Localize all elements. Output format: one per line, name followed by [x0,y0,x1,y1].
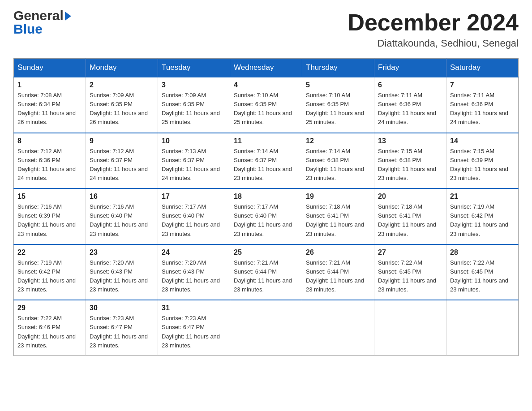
calendar-cell: 29Sunrise: 7:22 AMSunset: 6:46 PMDayligh… [14,300,86,355]
day-info: Sunrise: 7:15 AMSunset: 6:39 PMDaylight:… [450,147,515,183]
page-header: General Blue December 2024 Diattakounda,… [13,9,519,49]
calendar-cell: 24Sunrise: 7:20 AMSunset: 6:43 PMDayligh… [158,244,230,300]
day-info: Sunrise: 7:21 AMSunset: 6:44 PMDaylight:… [306,258,370,295]
day-info: Sunrise: 7:19 AMSunset: 6:42 PMDaylight:… [17,258,82,295]
calendar-cell: 20Sunrise: 7:18 AMSunset: 6:41 PMDayligh… [374,188,446,244]
day-number: 28 [450,248,515,257]
day-number: 24 [162,248,226,257]
calendar-cell: 25Sunrise: 7:21 AMSunset: 6:44 PMDayligh… [230,244,302,300]
day-number: 10 [162,137,226,145]
calendar-table: SundayMondayTuesdayWednesdayThursdayFrid… [13,58,519,356]
day-info: Sunrise: 7:20 AMSunset: 6:43 PMDaylight:… [90,258,154,295]
calendar-cell [230,300,302,355]
day-info: Sunrise: 7:21 AMSunset: 6:44 PMDaylight:… [234,258,298,295]
day-info: Sunrise: 7:14 AMSunset: 6:38 PMDaylight:… [306,147,370,183]
day-number: 27 [378,248,442,257]
calendar-week-row: 1Sunrise: 7:08 AMSunset: 6:34 PMDaylight… [14,77,519,133]
day-number: 16 [90,193,154,201]
day-info: Sunrise: 7:23 AMSunset: 6:47 PMDaylight:… [162,314,226,350]
day-info: Sunrise: 7:12 AMSunset: 6:36 PMDaylight:… [17,147,82,183]
day-number: 18 [234,193,298,201]
header-thursday: Thursday [302,59,374,77]
calendar-cell: 10Sunrise: 7:13 AMSunset: 6:37 PMDayligh… [158,133,230,189]
day-number: 5 [306,81,370,89]
day-info: Sunrise: 7:09 AMSunset: 6:35 PMDaylight:… [162,91,226,127]
day-number: 26 [306,248,370,257]
calendar-cell: 15Sunrise: 7:16 AMSunset: 6:39 PMDayligh… [14,188,86,244]
day-info: Sunrise: 7:17 AMSunset: 6:40 PMDaylight:… [234,202,298,239]
day-number: 29 [17,304,82,312]
day-info: Sunrise: 7:19 AMSunset: 6:42 PMDaylight:… [450,202,515,239]
day-info: Sunrise: 7:12 AMSunset: 6:37 PMDaylight:… [90,147,154,183]
calendar-cell: 30Sunrise: 7:23 AMSunset: 6:47 PMDayligh… [86,300,158,355]
calendar-cell [374,300,446,355]
day-number: 7 [450,81,515,89]
day-number: 9 [90,137,154,145]
day-info: Sunrise: 7:15 AMSunset: 6:38 PMDaylight:… [378,147,442,183]
logo-blue: Blue [13,21,43,37]
calendar-cell: 6Sunrise: 7:11 AMSunset: 6:36 PMDaylight… [374,77,446,133]
calendar-cell [302,300,374,355]
day-info: Sunrise: 7:16 AMSunset: 6:40 PMDaylight:… [90,202,154,239]
location-subtitle: Diattakounda, Sedhiou, Senegal [348,38,519,49]
day-info: Sunrise: 7:11 AMSunset: 6:36 PMDaylight:… [450,91,515,127]
day-number: 21 [450,193,515,201]
day-info: Sunrise: 7:09 AMSunset: 6:35 PMDaylight:… [90,91,154,127]
logo-general: General [13,9,64,22]
day-info: Sunrise: 7:10 AMSunset: 6:35 PMDaylight:… [306,91,370,127]
calendar-cell [446,300,519,355]
calendar-cell: 3Sunrise: 7:09 AMSunset: 6:35 PMDaylight… [158,77,230,133]
header-sunday: Sunday [14,59,86,77]
day-number: 22 [17,248,82,257]
day-info: Sunrise: 7:18 AMSunset: 6:41 PMDaylight:… [378,202,442,239]
logo: General Blue [13,9,71,37]
day-info: Sunrise: 7:18 AMSunset: 6:41 PMDaylight:… [306,202,370,239]
calendar-cell: 26Sunrise: 7:21 AMSunset: 6:44 PMDayligh… [302,244,374,300]
day-info: Sunrise: 7:14 AMSunset: 6:37 PMDaylight:… [234,147,298,183]
day-number: 25 [234,248,298,257]
day-info: Sunrise: 7:13 AMSunset: 6:37 PMDaylight:… [162,147,226,183]
day-number: 17 [162,193,226,201]
day-info: Sunrise: 7:23 AMSunset: 6:47 PMDaylight:… [90,314,154,350]
day-info: Sunrise: 7:20 AMSunset: 6:43 PMDaylight:… [162,258,226,295]
day-number: 31 [162,304,226,312]
day-info: Sunrise: 7:10 AMSunset: 6:35 PMDaylight:… [234,91,298,127]
calendar-cell: 23Sunrise: 7:20 AMSunset: 6:43 PMDayligh… [86,244,158,300]
day-number: 4 [234,81,298,89]
header-tuesday: Tuesday [158,59,230,77]
day-number: 11 [234,137,298,145]
calendar-cell: 13Sunrise: 7:15 AMSunset: 6:38 PMDayligh… [374,133,446,189]
calendar-cell: 12Sunrise: 7:14 AMSunset: 6:38 PMDayligh… [302,133,374,189]
calendar-cell: 18Sunrise: 7:17 AMSunset: 6:40 PMDayligh… [230,188,302,244]
calendar-week-row: 15Sunrise: 7:16 AMSunset: 6:39 PMDayligh… [14,188,519,244]
day-number: 19 [306,193,370,201]
day-info: Sunrise: 7:17 AMSunset: 6:40 PMDaylight:… [162,202,226,239]
calendar-cell: 31Sunrise: 7:23 AMSunset: 6:47 PMDayligh… [158,300,230,355]
calendar-cell: 1Sunrise: 7:08 AMSunset: 6:34 PMDaylight… [14,77,86,133]
calendar-week-row: 29Sunrise: 7:22 AMSunset: 6:46 PMDayligh… [14,300,519,355]
day-info: Sunrise: 7:22 AMSunset: 6:46 PMDaylight:… [17,314,82,350]
calendar-cell: 8Sunrise: 7:12 AMSunset: 6:36 PMDaylight… [14,133,86,189]
calendar-cell: 9Sunrise: 7:12 AMSunset: 6:37 PMDaylight… [86,133,158,189]
calendar-cell: 28Sunrise: 7:22 AMSunset: 6:45 PMDayligh… [446,244,519,300]
calendar-cell: 27Sunrise: 7:22 AMSunset: 6:45 PMDayligh… [374,244,446,300]
calendar-cell: 11Sunrise: 7:14 AMSunset: 6:37 PMDayligh… [230,133,302,189]
day-number: 15 [17,193,82,201]
calendar-cell: 21Sunrise: 7:19 AMSunset: 6:42 PMDayligh… [446,188,519,244]
day-number: 14 [450,137,515,145]
calendar-cell: 22Sunrise: 7:19 AMSunset: 6:42 PMDayligh… [14,244,86,300]
day-info: Sunrise: 7:22 AMSunset: 6:45 PMDaylight:… [378,258,442,295]
calendar-cell: 14Sunrise: 7:15 AMSunset: 6:39 PMDayligh… [446,133,519,189]
calendar-cell: 4Sunrise: 7:10 AMSunset: 6:35 PMDaylight… [230,77,302,133]
title-section: December 2024 Diattakounda, Sedhiou, Sen… [348,9,519,49]
day-info: Sunrise: 7:16 AMSunset: 6:39 PMDaylight:… [17,202,82,239]
header-wednesday: Wednesday [230,59,302,77]
day-number: 2 [90,81,154,89]
calendar-cell: 19Sunrise: 7:18 AMSunset: 6:41 PMDayligh… [302,188,374,244]
header-friday: Friday [374,59,446,77]
header-monday: Monday [86,59,158,77]
day-info: Sunrise: 7:08 AMSunset: 6:34 PMDaylight:… [17,91,82,127]
day-number: 13 [378,137,442,145]
day-number: 8 [17,137,82,145]
day-number: 1 [17,81,82,89]
